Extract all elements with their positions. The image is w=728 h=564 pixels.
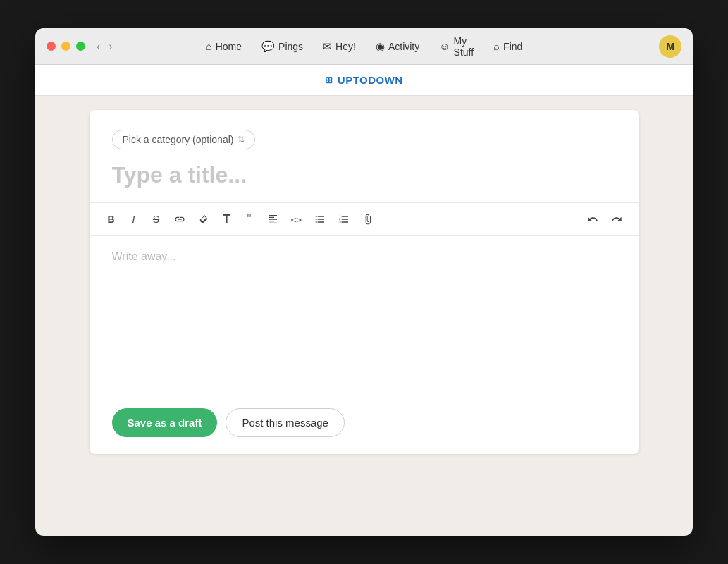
- category-picker-label: Pick a category (optional): [123, 134, 234, 145]
- link-button[interactable]: [168, 209, 191, 230]
- numbered-list-button[interactable]: [333, 209, 355, 230]
- nav-item-home[interactable]: ⌂ Home: [197, 36, 250, 56]
- editor-footer: Save as a draft Post this message: [90, 391, 639, 454]
- hey-icon: ✉: [323, 40, 332, 53]
- align-button[interactable]: [261, 209, 284, 230]
- traffic-lights: [47, 42, 85, 51]
- align-icon: [267, 214, 278, 225]
- find-icon: ⌕: [493, 40, 500, 52]
- heading-button[interactable]: T: [216, 209, 237, 230]
- editor-container: Pick a category (optional) ⇅ B I S T ": [90, 110, 639, 454]
- save-draft-button[interactable]: Save as a draft: [112, 408, 218, 437]
- link-icon: [174, 214, 185, 225]
- nav-item-home-label: Home: [216, 41, 242, 52]
- main-nav: ⌂ Home 💬 Pings ✉ Hey! ◉ Activity ☺ My St…: [197, 31, 531, 62]
- code-button[interactable]: <>: [285, 209, 308, 230]
- breadcrumb-link[interactable]: ⊞ UPTODOWN: [325, 74, 402, 86]
- attachment-button[interactable]: [357, 209, 379, 230]
- undo-icon: [587, 214, 598, 225]
- redo-button[interactable]: [605, 209, 628, 230]
- titlebar: ‹ › ⌂ Home 💬 Pings ✉ Hey! ◉ Activity ☺: [35, 28, 693, 65]
- breadcrumb-bar: ⊞ UPTODOWN: [35, 65, 693, 96]
- minimize-button[interactable]: [61, 42, 70, 51]
- numbered-list-icon: [338, 214, 350, 225]
- category-picker[interactable]: Pick a category (optional) ⇅: [112, 130, 256, 149]
- undo-button[interactable]: [581, 209, 604, 230]
- editor-header: Pick a category (optional) ⇅: [90, 110, 639, 203]
- home-icon: ⌂: [206, 40, 212, 52]
- title-input[interactable]: [112, 162, 617, 188]
- post-message-button[interactable]: Post this message: [226, 408, 345, 437]
- editor-body[interactable]: Write away...: [90, 236, 639, 391]
- breadcrumb-label: UPTODOWN: [338, 74, 403, 86]
- highlight-button[interactable]: [192, 209, 215, 230]
- nav-item-my-stuff[interactable]: ☺ My Stuff: [431, 31, 482, 62]
- editor-toolbar: B I S T " <>: [90, 203, 639, 236]
- nav-item-my-stuff-label: My Stuff: [454, 35, 474, 58]
- nav-item-activity[interactable]: ◉ Activity: [367, 36, 428, 57]
- nav-item-activity-label: Activity: [388, 41, 419, 52]
- nav-item-find-label: Find: [503, 41, 522, 52]
- close-button[interactable]: [47, 42, 56, 51]
- forward-button[interactable]: ›: [106, 39, 115, 54]
- bullet-list-button[interactable]: [309, 209, 331, 230]
- nav-item-pings-label: Pings: [278, 41, 303, 52]
- italic-button[interactable]: I: [123, 209, 144, 230]
- fullscreen-button[interactable]: [76, 42, 85, 51]
- bold-button[interactable]: B: [101, 209, 122, 230]
- quote-button[interactable]: ": [239, 209, 260, 230]
- my-stuff-icon: ☺: [439, 40, 450, 52]
- nav-item-hey-label: Hey!: [335, 41, 356, 52]
- category-picker-arrow-icon: ⇅: [237, 135, 245, 145]
- app-window: ‹ › ⌂ Home 💬 Pings ✉ Hey! ◉ Activity ☺: [35, 28, 693, 536]
- bullet-list-icon: [314, 214, 326, 225]
- redo-icon: [611, 214, 622, 225]
- highlight-icon: [198, 214, 209, 225]
- nav-arrows: ‹ ›: [94, 39, 116, 54]
- main-content: Pick a category (optional) ⇅ B I S T ": [35, 96, 693, 536]
- nav-item-pings[interactable]: 💬 Pings: [253, 36, 311, 57]
- breadcrumb-icon: ⊞: [325, 75, 333, 85]
- avatar[interactable]: M: [659, 35, 681, 58]
- editor-placeholder: Write away...: [112, 250, 176, 262]
- strikethrough-button[interactable]: S: [146, 209, 167, 230]
- pings-icon: 💬: [261, 40, 275, 53]
- nav-item-hey[interactable]: ✉ Hey!: [314, 36, 364, 57]
- activity-icon: ◉: [376, 40, 385, 53]
- nav-item-find[interactable]: ⌕ Find: [485, 36, 531, 56]
- attachment-icon: [362, 214, 374, 225]
- back-button[interactable]: ‹: [94, 39, 103, 54]
